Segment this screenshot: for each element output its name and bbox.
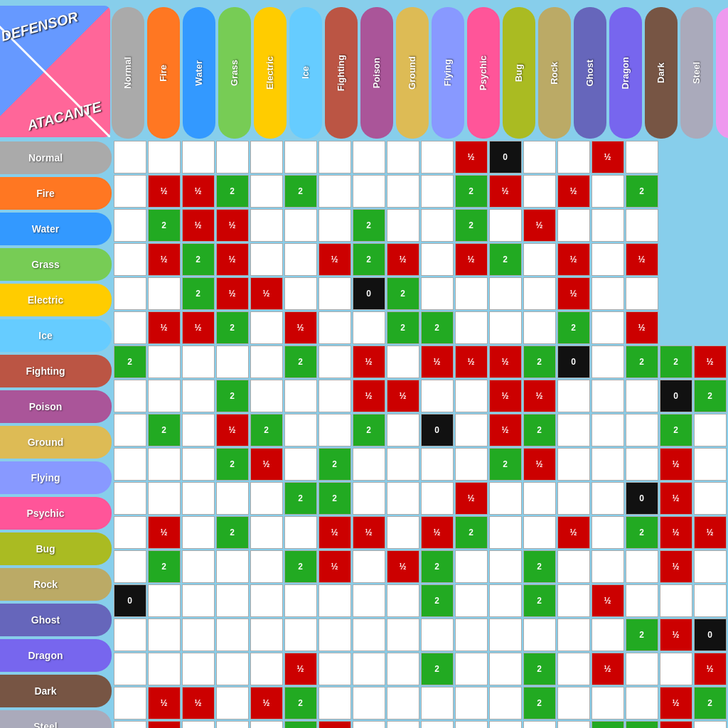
- grid-cell: 2: [353, 209, 385, 242]
- grid-cell: ½: [660, 448, 692, 481]
- grid-cell: [387, 141, 419, 173]
- grid-cell: [250, 619, 283, 651]
- grid-cell: [318, 414, 351, 446]
- grid-cell: [523, 175, 556, 208]
- grid-cell: [353, 619, 385, 651]
- grid-cell: ½: [626, 311, 658, 344]
- grid-cell: [250, 175, 283, 208]
- grid-cell: 2: [216, 380, 249, 412]
- grid-cell: [557, 414, 590, 446]
- grid-cell: [694, 482, 727, 515]
- grid-cell: [353, 311, 385, 344]
- grid-cell: [455, 550, 488, 583]
- grid-cell: [592, 311, 624, 344]
- grid-cell: [284, 414, 317, 446]
- grid-cell: [455, 277, 488, 310]
- grid-cell: [216, 687, 249, 719]
- grid-cell: 2: [216, 311, 249, 344]
- grid-cell: ½: [523, 448, 556, 481]
- grid-cell: 2: [523, 687, 556, 719]
- grid-cell: ½: [660, 482, 692, 515]
- grid-cell: [626, 414, 658, 446]
- grid-cell: [114, 380, 146, 412]
- grid-cell: [455, 619, 488, 651]
- grid-cell: ½: [694, 346, 727, 378]
- grid-cell: [694, 550, 727, 583]
- grid-cell: ½: [455, 482, 488, 515]
- grid-cell: [489, 550, 522, 583]
- grid-cell: [250, 584, 283, 617]
- grid-cell: 2: [318, 448, 351, 481]
- col-header-grass: Grass: [218, 7, 251, 139]
- grid-cell: [557, 653, 590, 685]
- grid-cell: [592, 175, 624, 208]
- grid-cell: [148, 584, 181, 617]
- grid-cell: 2: [284, 346, 317, 378]
- grid-cell: [557, 550, 590, 583]
- grid-cell: [114, 209, 146, 242]
- grid-cell: [114, 277, 146, 310]
- grid-cell: 2: [182, 243, 215, 276]
- grid-cell: [182, 346, 215, 378]
- grid-cell: ½: [182, 209, 215, 242]
- grid-cell: [216, 619, 249, 651]
- grid-cell: [318, 584, 351, 617]
- grid-cell: [284, 448, 317, 481]
- grid-cell: [421, 243, 454, 276]
- table-row: ½2½22½: [113, 720, 727, 728]
- grid-cell: [182, 414, 215, 446]
- grid-cell: [148, 482, 181, 515]
- grid-cell: [387, 687, 419, 719]
- grid-cell: 0: [421, 414, 454, 446]
- grid-cell: [148, 141, 181, 173]
- grid-cell: [387, 448, 419, 481]
- grid-cell: [489, 482, 522, 515]
- grid-cell: [626, 448, 658, 481]
- col-header-dark: Dark: [645, 7, 678, 139]
- grid-cell: [182, 448, 215, 481]
- grid-cell: [421, 619, 454, 651]
- grid-cell: ½: [626, 243, 658, 276]
- grid-cell: [216, 346, 249, 378]
- grid-cell: [250, 209, 283, 242]
- grid-cell: 2: [455, 175, 488, 208]
- grid-cell: [353, 550, 385, 583]
- grid-cell: ½: [318, 721, 351, 728]
- grid-cell: [489, 584, 522, 617]
- grid-cell: [523, 311, 556, 344]
- grid-cell: [421, 448, 454, 481]
- grid-cell: [353, 482, 385, 515]
- grid-cell: 2: [114, 346, 146, 378]
- row-header-flying: Flying: [0, 461, 112, 494]
- col-header-fighting: Fighting: [325, 7, 358, 139]
- grid-cell: [250, 380, 283, 412]
- grid-cell: [489, 311, 522, 344]
- grid-cell: ½: [592, 141, 624, 173]
- grid-cell: [489, 277, 522, 310]
- grid-cell: [523, 482, 556, 515]
- col-header-ground: Ground: [396, 7, 429, 139]
- grid-cell: ½: [148, 721, 181, 728]
- grid-cell: 2: [523, 346, 556, 378]
- grid-cell: [626, 277, 658, 310]
- grid-cell: [626, 141, 658, 173]
- grid-cell: ½: [353, 380, 385, 412]
- col-header-normal: Normal: [112, 7, 144, 139]
- row-header-water: Water: [0, 213, 112, 245]
- grid-cell: 2: [148, 550, 181, 583]
- grid-cell: ½: [557, 277, 590, 310]
- grid-cell: [387, 619, 419, 651]
- table-row: 2½22½½: [113, 447, 727, 481]
- grid-cell: ½: [318, 550, 351, 583]
- grid-cell: 2: [284, 687, 317, 719]
- table-row: ½½½22½2: [113, 686, 727, 720]
- grid-cell: [250, 482, 283, 515]
- grid-cell: ½: [148, 175, 181, 208]
- grid-cell: [353, 687, 385, 719]
- grid-cell: [114, 175, 146, 208]
- grid-cell: [592, 243, 624, 276]
- col-header-ghost: Ghost: [574, 7, 606, 139]
- grid-cell: [318, 175, 351, 208]
- grid-cell: ½: [148, 687, 181, 719]
- grid-cell: [523, 516, 556, 549]
